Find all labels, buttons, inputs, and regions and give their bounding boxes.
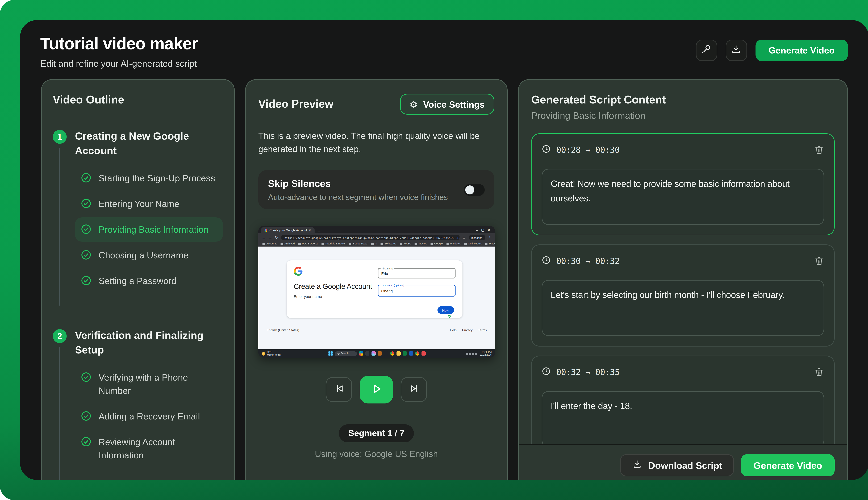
voice-settings-button[interactable]: ⚙ Voice Settings: [400, 94, 494, 115]
voice-caption: Using voice: Google US English: [258, 449, 494, 459]
incognito-badge: Incognito: [469, 235, 485, 240]
bookmark-item: Archived: [281, 242, 295, 245]
generate-video-button-footer[interactable]: Generate Video: [741, 454, 835, 476]
weather-text: 82°F Mostly cloudy: [267, 351, 281, 356]
delete-segment-button[interactable]: [813, 366, 824, 378]
outline-item[interactable]: Choosing a Username: [75, 243, 223, 268]
next-segment-button[interactable]: [401, 377, 427, 402]
voice-settings-label: Voice Settings: [423, 99, 485, 109]
next-button: Next: [437, 306, 454, 314]
taskbar-app-icon: [421, 351, 425, 355]
segment-text-input[interactable]: I'll enter the day - 18.: [541, 391, 824, 444]
folder-icon: [281, 243, 283, 245]
skip-forward-icon: [408, 383, 420, 397]
taskbar-app-icon: [377, 351, 381, 355]
outline-item[interactable]: Entering Your Name: [75, 192, 223, 216]
preview-title: Video Preview: [258, 98, 333, 111]
bookmark-item: PLC BOOK 2: [298, 242, 318, 245]
segment-card-header: 00:30 → 00:32: [541, 255, 824, 268]
check-circle-icon: [81, 436, 92, 447]
preview-note: This is a preview video. The final high …: [258, 130, 494, 156]
footer-links: Help Privacy Terms: [450, 329, 487, 332]
google-favicon: [265, 229, 267, 231]
bookmark-item: WAEC: [400, 242, 411, 245]
script-subtitle: Providing Basic Information: [531, 111, 835, 121]
segment-text-input[interactable]: Great! Now we need to provide some basic…: [541, 169, 824, 225]
taskbar-clock: 10:00 PM 11/12/2025: [480, 351, 492, 356]
close-icon: ✕: [488, 228, 490, 232]
back-icon: ←: [262, 236, 266, 240]
excel-icon: [402, 351, 407, 355]
outline-item-label: Reviewing Account Information: [99, 435, 217, 462]
outline-section-2: 2 Verification and Finalizing Setup Veri…: [53, 328, 223, 480]
bookmark-star-icon: ☆: [462, 236, 466, 240]
weather-widget: 82°F Mostly cloudy: [262, 351, 281, 356]
video-outline-panel: Video Outline 1 Creating a New Google Ac…: [41, 79, 235, 480]
segment-card-active: 00:28 → 00:30 Great! Now we need to prov…: [531, 133, 835, 236]
search-icon: [337, 352, 339, 354]
download-icon: [731, 44, 742, 57]
script-footer: Download Script Generate Video: [519, 444, 847, 479]
section-title: Creating a New Google Account: [75, 128, 215, 158]
skip-silences-toggle[interactable]: [464, 184, 485, 195]
segment-text-input[interactable]: Let's start by selecting our birth month…: [541, 280, 824, 336]
gear-icon: ⚙: [410, 100, 418, 109]
bookmark-item: OnlineTools: [464, 242, 482, 245]
bookmark-item: Google: [430, 242, 443, 245]
bookmark-item: Accounts: [262, 242, 277, 245]
skip-silences-text: Skip Silences Auto-advance to next segme…: [268, 178, 448, 201]
last-name-label: Last name (optional): [380, 284, 406, 286]
segment-indicator: Segment 1 / 7: [339, 424, 414, 442]
folder-icon: [446, 243, 448, 245]
segment-time-range: 00:30 → 00:32: [556, 256, 619, 266]
taskbar-app-icon: [371, 351, 375, 355]
check-circle-icon: [81, 172, 92, 183]
delete-segment-button[interactable]: [813, 255, 824, 267]
section-body: Verification and Finalizing Setup Verify…: [75, 328, 223, 480]
outline-item[interactable]: Setting a Password: [75, 269, 223, 293]
skip-silences-description: Auto-advance to next segment when voice …: [268, 193, 448, 201]
section-number-badge: 2: [53, 329, 67, 343]
play-button[interactable]: [360, 376, 393, 404]
segment-card: 00:32 → 00:35 I'll enter the day - 18.: [531, 355, 835, 444]
clock-icon: [541, 144, 551, 156]
play-icon: [370, 382, 382, 397]
segment-time-range: 00:32 → 00:35: [556, 367, 619, 377]
clock-icon: [541, 255, 551, 268]
outline-item[interactable]: Starting the Sign-Up Process: [75, 166, 223, 190]
previous-segment-button[interactable]: [326, 377, 352, 402]
cursor-icon: [446, 314, 453, 320]
check-circle-icon: [81, 372, 92, 383]
section-gutter: 2: [53, 328, 67, 480]
taskbar-apps: Search: [328, 351, 425, 356]
bookmark-item: Movies: [415, 242, 427, 245]
segment-card-header: 00:28 → 00:30: [541, 144, 824, 156]
trash-icon: [813, 147, 824, 157]
header-actions: Generate Video: [696, 34, 848, 61]
outline-item[interactable]: Reviewing Account Information: [75, 430, 223, 467]
outline-item-active[interactable]: Providing Basic Information: [75, 217, 223, 242]
voice-record-button[interactable]: [696, 39, 717, 61]
clock-icon: [541, 366, 551, 378]
delete-segment-button[interactable]: [813, 144, 824, 156]
segment-card-header: 00:32 → 00:35: [541, 366, 824, 378]
connector-line: [59, 148, 60, 306]
maximize-icon: ▢: [481, 228, 484, 232]
download-button[interactable]: [726, 39, 747, 61]
generate-video-button[interactable]: Generate Video: [755, 39, 848, 61]
skip-back-icon: [333, 383, 345, 397]
check-circle-icon: [81, 275, 92, 286]
outline-item[interactable]: Adding a Recovery Email: [75, 404, 223, 429]
outline-item-label: Starting the Sign-Up Process: [99, 171, 215, 185]
video-preview-panel: Video Preview ⚙ Voice Settings This is a…: [245, 79, 507, 480]
bookmark-item: Tutorials & Books: [321, 242, 346, 245]
script-title: Generated Script Content: [531, 94, 835, 106]
download-script-button[interactable]: Download Script: [620, 454, 734, 476]
outline-item-label: Providing Basic Information: [99, 223, 208, 236]
download-script-label: Download Script: [648, 460, 722, 470]
signup-card-fields: First name Eric Last name (optional) Obe…: [378, 266, 456, 312]
signup-footer: English (United States) Help Privacy Ter…: [267, 329, 487, 332]
outline-item[interactable]: Verifying with a Phone Number: [75, 365, 223, 403]
last-name-field: Last name (optional) Obeng: [378, 285, 456, 296]
segment-time-range: 00:28 → 00:30: [556, 145, 619, 155]
